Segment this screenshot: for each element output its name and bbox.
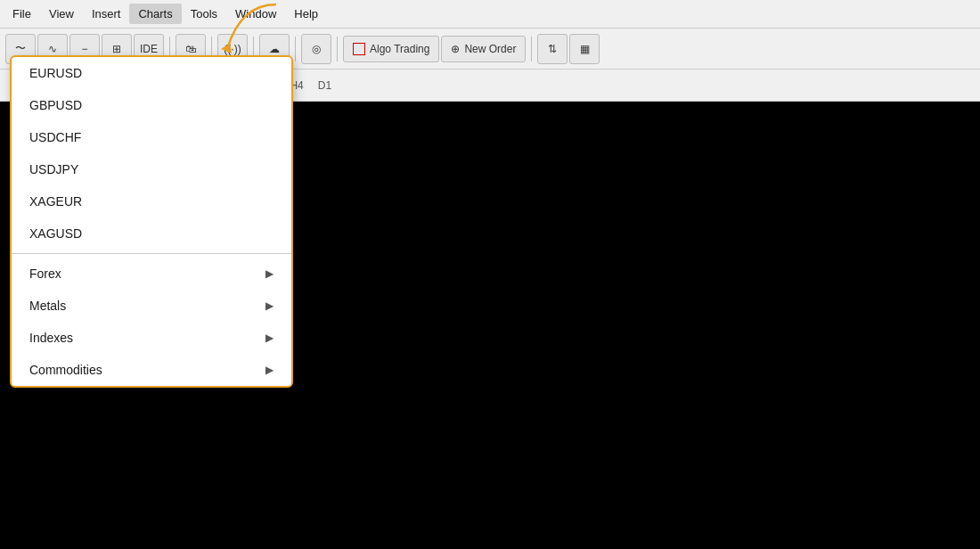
dropdown-category-indexes[interactable]: Indexes▶ [12, 322, 291, 354]
new-order-btn[interactable]: ⊕New Order [441, 36, 526, 62]
new-order-btn-label: New Order [464, 43, 516, 55]
category-label: Commodities [29, 363, 102, 377]
menubar-item-charts[interactable]: Charts [129, 4, 181, 24]
dropdown-symbol-usdchf[interactable]: USDCHF [12, 121, 291, 153]
dropdown-symbol-xageur[interactable]: XAGEUR [12, 185, 291, 217]
dropdown-menu: EURUSDGBPUSDUSDCHFUSDJPYXAGEURXAGUSDFore… [10, 55, 293, 388]
toolbar-separator [531, 37, 532, 61]
chevron-right-icon: ▶ [265, 267, 274, 280]
category-label: Metals [29, 299, 66, 313]
dropdown-divider [12, 253, 291, 254]
symbol-label: XAGUSD [29, 226, 82, 241]
chevron-right-icon: ▶ [265, 332, 274, 344]
red-square-icon [353, 43, 365, 55]
dropdown-category-metals[interactable]: Metals▶ [12, 290, 291, 322]
algo-trading-btn[interactable]: Algo Trading [343, 36, 439, 62]
order-btn[interactable]: ⇅ [537, 34, 568, 64]
symbol-label: XAGEUR [29, 194, 82, 209]
category-label: Indexes [29, 331, 73, 345]
algo-trading-btn-label: Algo Trading [370, 43, 429, 55]
dropdown-symbol-eurusd[interactable]: EURUSD [12, 57, 291, 89]
dropdown-category-commodities[interactable]: Commodities▶ [12, 354, 291, 386]
dropdown-symbol-xagusd[interactable]: XAGUSD [12, 217, 291, 250]
chart2-btn[interactable]: ▦ [569, 34, 600, 64]
dropdown-symbol-gbpusd[interactable]: GBPUSD [12, 89, 291, 121]
symbol-label: GBPUSD [29, 98, 82, 112]
menubar-item-file[interactable]: File [4, 4, 40, 24]
menubar-item-insert[interactable]: Insert [83, 4, 130, 24]
menubar-item-view[interactable]: View [40, 4, 83, 24]
dropdown-category-forex[interactable]: Forex▶ [12, 258, 291, 290]
dropdown-symbol-usdjpy[interactable]: USDJPY [12, 153, 291, 185]
wifi-btn[interactable]: ◎ [301, 34, 331, 64]
symbol-label: USDJPY [29, 162, 78, 176]
symbol-label: USDCHF [29, 130, 81, 144]
menubar-item-tools[interactable]: Tools [182, 4, 226, 24]
menubar-item-window[interactable]: Window [226, 4, 285, 24]
menubar-item-help[interactable]: Help [285, 4, 327, 24]
menubar: FileViewInsertChartsToolsWindowHelp [0, 0, 980, 29]
symbol-label: EURUSD [29, 66, 82, 80]
category-label: Forex [29, 266, 61, 281]
tf-btn-d1[interactable]: D1 [312, 74, 338, 97]
toolbar-separator [295, 37, 296, 61]
plus-circle-icon: ⊕ [451, 43, 460, 55]
chevron-right-icon: ▶ [265, 299, 274, 312]
toolbar-separator [337, 37, 338, 61]
chevron-right-icon: ▶ [265, 364, 274, 376]
